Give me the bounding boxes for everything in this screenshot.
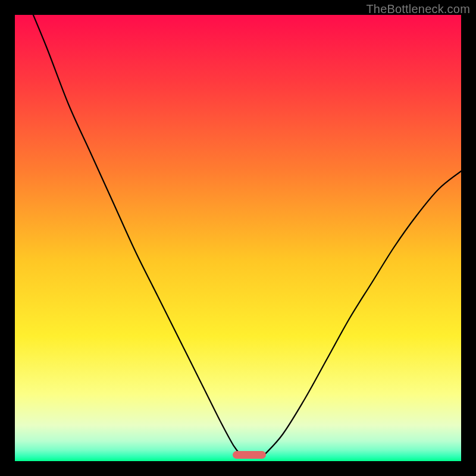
watermark-label: TheBottleneck.com (366, 2, 470, 16)
plot-area (15, 15, 461, 461)
optimal-marker (233, 451, 266, 459)
chart-stage: TheBottleneck.com (0, 0, 476, 476)
curve-left-branch (24, 15, 243, 457)
curve-right-branch (265, 171, 461, 455)
bottleneck-curve (15, 15, 461, 461)
